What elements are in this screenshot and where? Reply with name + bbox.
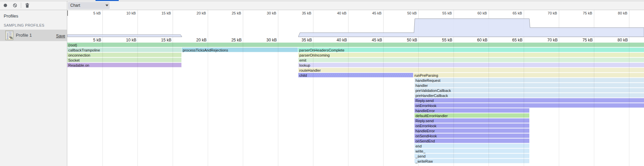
svg-text:preHandlerCallback: preHandlerCallback [416,94,448,98]
svg-text:onconnection: onconnection [68,53,90,57]
svg-text:parserOnHeadersComplete: parserOnHeadersComplete [299,48,345,52]
svg-text:defaultErrorHandler: defaultErrorHandler [416,114,448,118]
svg-text:(root): (root) [68,43,77,47]
svg-text:end: end [416,144,422,148]
svg-text:write_: write_ [415,149,426,153]
svg-text:55 kB: 55 kB [442,38,452,42]
svg-text:40 kB: 40 kB [337,11,346,15]
svg-text:Reply.send: Reply.send [416,119,434,123]
svg-text:10 kB: 10 kB [126,38,137,42]
svg-text:70 kB: 70 kB [548,11,557,15]
svg-text:5 kB: 5 kB [93,11,101,15]
svg-text:65 kB: 65 kB [512,38,523,42]
svg-text:callbackTrampoline: callbackTrampoline [68,48,100,52]
svg-text:65 kB: 65 kB [513,11,522,15]
svg-text:onSendEnd: onSendEnd [416,139,435,143]
svg-text:%: % [10,36,13,40]
svg-text:handleRequest: handleRequest [416,78,441,82]
svg-text:5 kB: 5 kB [93,38,101,42]
svg-text:processTicksAndRejections: processTicksAndRejections [183,48,228,52]
svg-text:_writeRaw: _writeRaw [415,159,433,163]
svg-text:25 kB: 25 kB [231,38,242,42]
svg-text:75 kB: 75 kB [583,11,592,15]
svg-text:30 kB: 30 kB [267,11,276,15]
svg-text:20 kB: 20 kB [197,11,206,15]
svg-text:child: child [299,73,307,77]
svg-text:onErrorHook: onErrorHook [416,124,437,128]
svg-text:80 kB: 80 kB [617,38,628,42]
svg-text:45 kB: 45 kB [372,38,382,42]
svg-text:35 kB: 35 kB [302,11,311,15]
svg-text:45 kB: 45 kB [372,11,382,15]
svg-text:Reply.send: Reply.send [416,99,434,103]
svg-text:parserOnIncoming: parserOnIncoming [299,53,330,57]
svg-text:handleError: handleError [416,109,435,113]
svg-text:Socket: Socket [68,58,80,62]
svg-text:10 kB: 10 kB [126,11,136,15]
svg-text:50 kB: 50 kB [407,38,417,42]
svg-text:handleError: handleError [416,129,435,133]
svg-text:Readable.on: Readable.on [68,63,89,67]
svg-text:40 kB: 40 kB [337,38,347,42]
svg-text:onSendHook: onSendHook [416,134,437,138]
svg-text:runPreParsing: runPreParsing [415,73,438,77]
svg-text:preValidationCallback: preValidationCallback [416,89,451,93]
svg-text:75 kB: 75 kB [582,38,593,42]
svg-text:_send: _send [415,154,426,158]
svg-text:20 kB: 20 kB [196,38,207,42]
svg-text:35 kB: 35 kB [302,38,312,42]
svg-text:60 kB: 60 kB [478,11,487,15]
svg-text:lookup: lookup [299,63,310,67]
svg-text:70 kB: 70 kB [547,38,558,42]
svg-text:25 kB: 25 kB [232,11,241,15]
svg-text:emit: emit [299,58,306,62]
svg-text:15 kB: 15 kB [161,11,171,15]
svg-text:60 kB: 60 kB [477,38,488,42]
svg-text:handler: handler [416,84,428,88]
svg-text:55 kB: 55 kB [442,11,452,15]
svg-text:15 kB: 15 kB [161,38,172,42]
svg-text:onErrorHook: onErrorHook [416,104,437,108]
svg-text:routeHandler: routeHandler [299,68,321,72]
svg-text:30 kB: 30 kB [266,38,277,42]
svg-text:80 kB: 80 kB [618,11,627,15]
svg-text:50 kB: 50 kB [407,11,417,15]
